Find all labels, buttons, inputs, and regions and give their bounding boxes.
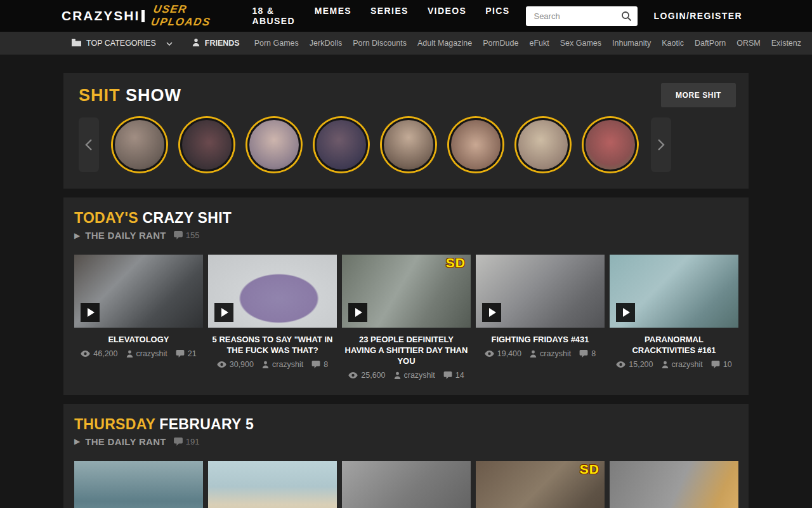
comments-count: 10	[723, 360, 732, 369]
uploader-name: crazyshit	[136, 349, 167, 358]
video-card[interactable]: SD	[476, 461, 605, 508]
video-thumbnail[interactable]	[208, 461, 337, 508]
folder-icon	[72, 39, 81, 48]
nav-item-videos[interactable]: VIDEOS	[428, 6, 466, 26]
comment-icon	[711, 361, 720, 368]
video-card[interactable]: PARANORMAL CRACKTIVITIES #161 15,200 cra…	[610, 255, 738, 380]
views-icon	[616, 361, 625, 368]
video-thumbnail[interactable]	[208, 255, 337, 328]
nav-item-memes[interactable]: MEMES	[315, 6, 351, 26]
video-card[interactable]: SD 23 PEOPLE DEFINITELY HAVING A SHITTIE…	[342, 255, 471, 380]
story-thumbnail[interactable]	[516, 118, 570, 171]
video-thumbnail[interactable]	[342, 461, 471, 508]
comment-icon	[174, 438, 183, 446]
carousel-right-arrow[interactable]	[651, 117, 671, 172]
video-card[interactable]	[74, 461, 203, 508]
views-icon	[485, 351, 494, 357]
category-link[interactable]: PornDude	[483, 39, 518, 48]
categories-bar: TOP CATEGORIES FRIENDS Porn Games JerkDo…	[0, 32, 812, 55]
category-link[interactable]: Adult Magazine	[417, 39, 472, 48]
video-thumbnail[interactable]	[610, 461, 738, 508]
comment-icon	[176, 350, 185, 358]
video-thumbnail[interactable]	[74, 255, 203, 328]
story-thumbnail[interactable]	[180, 118, 233, 171]
top-categories-dropdown[interactable]: TOP CATEGORIES	[72, 39, 173, 48]
comments-count: 8	[324, 360, 328, 369]
friends-label: FRIENDS	[205, 39, 240, 48]
category-link[interactable]: DaftPorn	[695, 39, 726, 48]
video-thumbnail[interactable]: SD	[342, 255, 471, 328]
video-thumbnail[interactable]: SD	[476, 461, 605, 508]
video-card[interactable]	[342, 461, 471, 508]
story-thumbnail[interactable]	[584, 118, 637, 171]
story-thumbnail[interactable]	[315, 118, 368, 171]
video-title: 23 PEOPLE DEFINITELY HAVING A SHITTIER D…	[342, 335, 471, 367]
comments-count: 21	[188, 349, 197, 358]
section-title: TODAY'S CRAZY SHIT	[74, 210, 739, 227]
daily-rant-link[interactable]: ▶ THE DAILY RANT 191	[74, 436, 739, 447]
nav-item-pics[interactable]: PICS	[485, 6, 509, 26]
video-thumbnail[interactable]	[610, 255, 738, 328]
thursday-february-5-section: THURSDAY FEBRUARY 5 ▶ THE DAILY RANT 191	[63, 404, 749, 508]
category-link[interactable]: Sex Games	[560, 39, 601, 48]
story-thumbnail[interactable]	[449, 118, 502, 171]
story-thumbnail[interactable]	[113, 118, 166, 171]
category-link[interactable]: JerkDolls	[310, 39, 342, 48]
section-title: THURSDAY FEBRUARY 5	[74, 416, 739, 433]
video-title: PARANORMAL CRACKTIVITIES #161	[610, 335, 738, 356]
play-button-icon[interactable]	[616, 303, 635, 322]
video-card[interactable]: FIGHTING FRIDAYS #431 19,400 crazyshit 8	[476, 255, 605, 380]
shit-show-title: SHIT SHOW	[79, 86, 181, 105]
todays-crazy-shit-section: TODAY'S CRAZY SHIT ▶ THE DAILY RANT 155 …	[63, 197, 749, 395]
story-thumbnail[interactable]	[382, 118, 435, 171]
login-register-link[interactable]: LOGIN/REGISTER	[654, 11, 742, 21]
site-logo[interactable]: CRAZYSHI USER UPLOADS	[62, 3, 233, 29]
play-button-icon[interactable]	[482, 303, 501, 322]
video-card[interactable]	[208, 461, 337, 508]
uploader-name: crazyshit	[404, 371, 435, 380]
search-box	[526, 6, 637, 26]
views-count: 30,900	[230, 360, 254, 369]
daily-rant-link[interactable]: ▶ THE DAILY RANT 155	[74, 230, 739, 241]
comment-icon	[443, 371, 452, 379]
category-link[interactable]: Existenz	[771, 39, 801, 48]
video-title: 5 REASONS TO SAY "WHAT IN THE FUCK WAS T…	[208, 335, 337, 356]
uploader-name: crazyshit	[272, 360, 303, 369]
partner-links: Porn Games JerkDolls Porn Discounts Adul…	[254, 39, 812, 48]
comments-count: 14	[455, 371, 464, 380]
story-thumbnail[interactable]	[247, 118, 301, 171]
uploader-icon	[126, 350, 133, 358]
play-button-icon[interactable]	[81, 303, 100, 322]
category-link[interactable]: ORSM	[737, 39, 761, 48]
comment-icon	[579, 350, 588, 358]
nav-item-series[interactable]: SERIES	[370, 6, 409, 26]
category-link[interactable]: Porn Games	[254, 39, 299, 48]
nav-item-18-abused[interactable]: 18 & ABUSED	[252, 6, 295, 26]
sd-quality-badge: SD	[580, 462, 599, 477]
category-link[interactable]: Kaotic	[662, 39, 684, 48]
more-shit-button[interactable]: MORE SHIT	[661, 83, 736, 107]
uploader-icon	[662, 361, 669, 368]
video-title: FIGHTING FRIDAYS #431	[476, 335, 605, 345]
friends-link[interactable]: FRIENDS	[192, 38, 240, 48]
play-button-icon[interactable]	[214, 303, 233, 322]
video-card[interactable]: 5 REASONS TO SAY "WHAT IN THE FUCK WAS T…	[208, 255, 337, 380]
category-link[interactable]: Porn Discounts	[353, 39, 407, 48]
play-button-icon[interactable]	[348, 303, 367, 322]
chevron-down-icon	[166, 39, 173, 48]
sd-quality-badge: SD	[446, 255, 466, 271]
video-card[interactable]: ELEVATOLOGY 46,200 crazyshit 21	[74, 255, 203, 380]
carousel-left-arrow[interactable]	[79, 117, 99, 172]
video-thumbnail[interactable]	[74, 461, 203, 508]
views-icon	[81, 351, 90, 357]
category-link[interactable]: eFukt	[529, 39, 549, 48]
video-title: ELEVATOLOGY	[74, 335, 203, 345]
video-card[interactable]	[610, 461, 738, 508]
category-link[interactable]: Inhumanity	[612, 39, 651, 48]
views-count: 15,200	[629, 360, 653, 369]
uploader-icon	[394, 371, 401, 379]
uploader-name: crazyshit	[540, 349, 571, 358]
video-thumbnail[interactable]	[476, 255, 605, 328]
comments-count: 8	[591, 349, 596, 358]
search-icon[interactable]	[621, 11, 632, 24]
